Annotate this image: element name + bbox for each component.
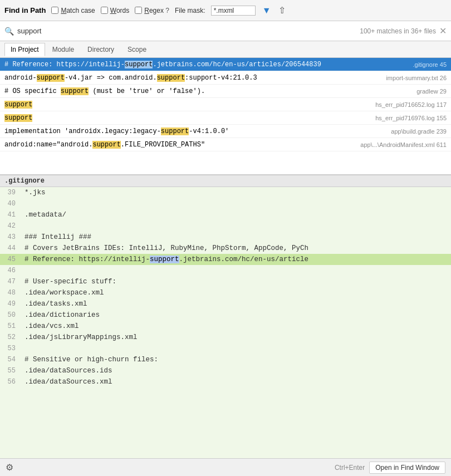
line-content: .idea/dataSources.xml (20, 376, 451, 387)
code-line: 42 (0, 220, 451, 232)
code-line: 53 (0, 343, 451, 354)
code-line: 55 .idea/dataSources.ids (0, 365, 451, 376)
tab-module[interactable]: Module (46, 43, 80, 56)
code-line: 52 .idea/jsLibraryMappings.xml (0, 332, 451, 343)
tabs-row: In Project Module Directory Scope (0, 41, 451, 58)
code-line: 45 # Reference: https://intellij-support… (0, 254, 451, 265)
line-content: # User-specific stuff: (20, 276, 451, 287)
gear-icon[interactable]: ⚙ (6, 462, 13, 473)
code-line: 48 .idea/workspace.xml (0, 287, 451, 298)
pin-icon[interactable]: ⇧ (277, 4, 287, 17)
code-line: 47 # User-specific stuff: (0, 276, 451, 287)
result-content: support (4, 114, 371, 122)
result-file: app\build.gradle 239 (391, 128, 447, 135)
line-content (20, 198, 451, 209)
line-number: 39 (0, 187, 20, 198)
result-row[interactable]: # Reference: https://intellij-support.je… (0, 58, 451, 71)
match-count: 100+ matches in 36+ files (360, 27, 436, 35)
result-file: gradlew 29 (416, 88, 447, 95)
line-content: ### Intellij ### (20, 232, 451, 243)
result-row[interactable]: support hs_err_pid716652.log 117 (0, 98, 451, 111)
line-number: 52 (0, 332, 20, 343)
line-content: # Sensitive or high-churn files: (20, 354, 451, 365)
bottom-bar: ⚙ Ctrl+Enter Open in Find Window (0, 458, 451, 476)
line-number: 56 (0, 376, 20, 387)
code-preview: .gitignore 39 *.jks 40 41 .metadata/ 42 … (0, 175, 451, 458)
regex-checkbox[interactable] (135, 7, 142, 14)
line-content: .idea/workspace.xml (20, 287, 451, 298)
line-number: 48 (0, 287, 20, 298)
words-label: Words (110, 7, 129, 14)
tab-scope[interactable]: Scope (121, 43, 153, 56)
line-content: .idea/tasks.xml (20, 298, 451, 310)
line-number: 40 (0, 198, 20, 209)
code-line: 54 # Sensitive or high-churn files: (0, 354, 451, 365)
code-line: 43 ### Intellij ### (0, 232, 451, 243)
search-icon: 🔍 (4, 27, 14, 36)
result-content: android:name="android.support.FILE_PROVI… (4, 141, 356, 149)
words-option[interactable]: Words (101, 7, 129, 14)
result-row[interactable]: support hs_err_pid716976.log 155 (0, 111, 451, 125)
line-number: 53 (0, 343, 20, 354)
line-content: .idea/dataSources.ids (20, 365, 451, 376)
search-row: 🔍 100+ matches in 36+ files ✕ (0, 21, 451, 41)
line-number: 47 (0, 276, 20, 287)
line-content: # Reference: https://intellij-support.je… (20, 254, 451, 265)
file-mask-label: File mask: (175, 7, 205, 14)
words-checkbox[interactable] (101, 7, 108, 14)
result-content: android-support-v4.jar => com.android.su… (4, 74, 381, 82)
line-content: .idea/vcs.xml (20, 321, 451, 332)
line-number: 54 (0, 354, 20, 365)
match-case-label: MMatch caseatch case (61, 7, 95, 14)
open-find-label: Open in Find Window (375, 464, 439, 472)
result-row[interactable]: android-support-v4.jar => com.android.su… (0, 71, 451, 85)
search-input[interactable] (17, 27, 360, 35)
regex-option[interactable]: Regex ? (135, 7, 169, 14)
result-file: hs_err_pid716976.log 155 (375, 115, 447, 121)
code-line: 51 .idea/vcs.xml (0, 321, 451, 332)
result-content: support (4, 101, 371, 109)
line-content (20, 265, 451, 276)
shortcut-text: Ctrl+Enter (335, 464, 365, 472)
line-content: .idea/jsLibraryMappings.xml (20, 332, 451, 343)
result-file: .gitignore 45 (413, 61, 447, 68)
code-line: 39 *.jks (0, 187, 451, 198)
result-content: # OS specific support (must be 'true' or… (4, 87, 412, 95)
line-number: 50 (0, 310, 20, 321)
tab-directory[interactable]: Directory (81, 43, 120, 56)
line-content: # Covers JetBrains IDEs: IntelliJ, RubyM… (20, 243, 451, 254)
bottom-right: Ctrl+Enter Open in Find Window (335, 462, 445, 474)
result-file: import-summary.txt 26 (386, 75, 447, 81)
line-number: 41 (0, 209, 20, 220)
preview-header: .gitignore (0, 175, 451, 187)
line-number: 51 (0, 321, 20, 332)
line-content: .idea/dictionaries (20, 310, 451, 321)
line-number: 49 (0, 298, 20, 310)
code-line: 50 .idea/dictionaries (0, 310, 451, 321)
code-line: 41 .metadata/ (0, 209, 451, 220)
line-number: 46 (0, 265, 20, 276)
line-content: *.jks (20, 187, 451, 198)
result-row[interactable]: # OS specific support (must be 'true' or… (0, 85, 451, 98)
match-case-checkbox[interactable] (51, 7, 58, 14)
result-file: app\...\AndroidManifest.xml 611 (360, 141, 447, 148)
line-content (20, 343, 451, 354)
preview-filename: .gitignore (4, 177, 45, 185)
line-content (20, 220, 451, 232)
open-find-window-button[interactable]: Open in Find Window (369, 462, 445, 474)
line-number: 45 (0, 254, 20, 265)
file-mask-input[interactable] (211, 6, 256, 16)
result-row[interactable]: android:name="android.support.FILE_PROVI… (0, 138, 451, 151)
filter-icon[interactable]: ▼ (261, 4, 272, 17)
result-content: implementation 'androidx.legacy:legacy-s… (4, 127, 386, 135)
result-row[interactable]: implementation 'androidx.legacy:legacy-s… (0, 125, 451, 138)
tab-in-project[interactable]: In Project (4, 43, 45, 56)
clear-button[interactable]: ✕ (439, 26, 447, 36)
code-line: 49 .idea/tasks.xml (0, 298, 451, 310)
match-case-option[interactable]: MMatch caseatch case (51, 7, 95, 14)
toolbar-title: Find in Path (4, 6, 46, 14)
line-number: 44 (0, 243, 20, 254)
code-line: 56 .idea/dataSources.xml (0, 376, 451, 387)
line-number: 55 (0, 365, 20, 376)
result-file: hs_err_pid716652.log 117 (375, 101, 447, 108)
